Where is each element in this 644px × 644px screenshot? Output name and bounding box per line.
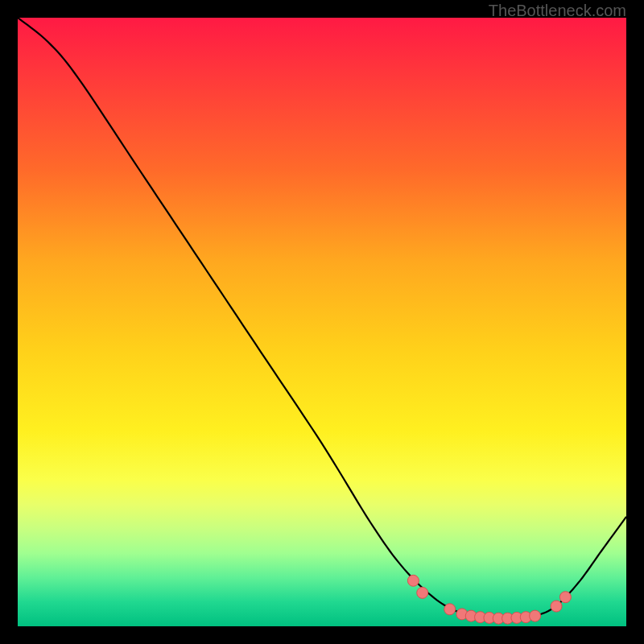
marker-point: [551, 601, 562, 612]
curve-markers: [407, 575, 571, 624]
marker-point: [530, 610, 541, 621]
marker-point: [559, 592, 571, 603]
marker-point: [444, 604, 456, 615]
chart-container: TheBottleneck.com: [0, 0, 644, 644]
bottleneck-curve: [18, 18, 626, 619]
plot-area: [18, 18, 626, 626]
chart-svg: [18, 18, 626, 626]
marker-point: [417, 587, 428, 598]
marker-point: [407, 575, 419, 586]
